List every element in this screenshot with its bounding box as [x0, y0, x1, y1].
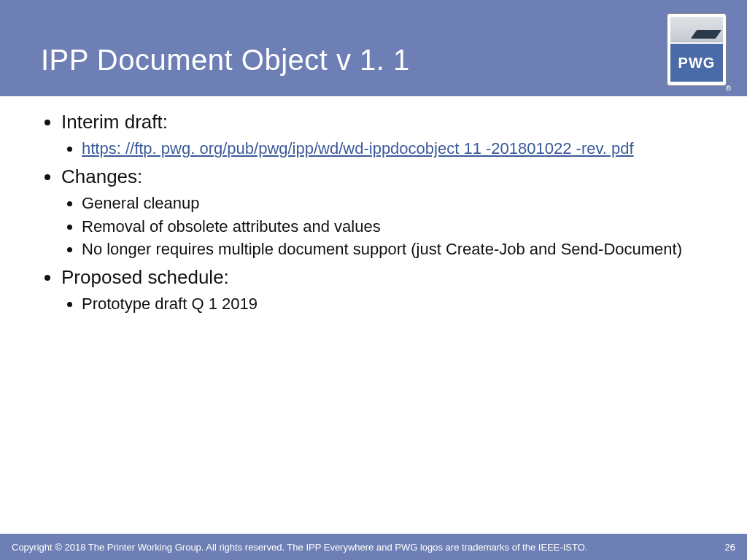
list-item: No longer requires multiple document sup…: [82, 238, 718, 260]
draft-link[interactable]: https: //ftp. pwg. org/pub/pwg/ipp/wd/wd…: [82, 139, 634, 158]
slide-content: Interim draft: https: //ftp. pwg. org/pu…: [41, 109, 718, 319]
footer-band: Copyright © 2018 The Printer Working Gro…: [0, 534, 747, 560]
pwg-logo: PWG: [667, 13, 727, 86]
registered-mark: ®: [726, 85, 731, 93]
header-band: IPP Document Object v 1. 1 PWG ®: [0, 0, 747, 96]
logo-text: PWG: [670, 44, 723, 82]
section-proposed-schedule: Proposed schedule: Prototype draft Q 1 2…: [61, 265, 718, 315]
section-label: Proposed schedule:: [61, 266, 229, 288]
copyright-text: Copyright © 2018 The Printer Working Gro…: [12, 542, 587, 553]
page-title: IPP Document Object v 1. 1: [41, 44, 410, 77]
list-item: Prototype draft Q 1 2019: [82, 293, 718, 315]
slide: IPP Document Object v 1. 1 PWG ® Interim…: [0, 0, 747, 560]
printer-icon: [670, 17, 723, 42]
list-item: General cleanup: [82, 192, 718, 214]
list-item: Removal of obsolete attributes and value…: [82, 216, 718, 238]
list-item: https: //ftp. pwg. org/pub/pwg/ipp/wd/wd…: [82, 138, 718, 160]
section-label: Changes:: [61, 166, 142, 187]
page-number: 26: [725, 542, 735, 553]
section-changes: Changes: General cleanup Removal of obso…: [61, 164, 718, 260]
section-label: Interim draft:: [61, 111, 168, 133]
section-interim-draft: Interim draft: https: //ftp. pwg. org/pu…: [61, 109, 718, 160]
